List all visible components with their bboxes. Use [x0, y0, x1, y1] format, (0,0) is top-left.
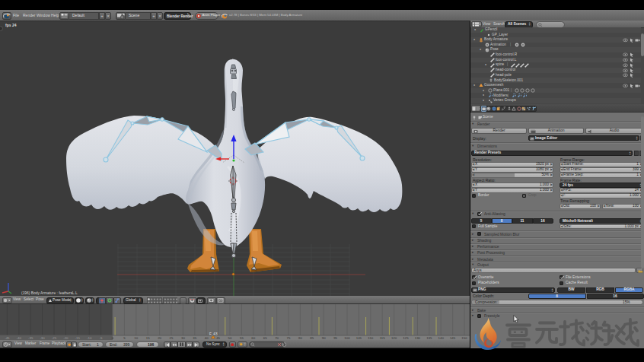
svg-text:125: 125	[403, 336, 409, 340]
svg-text:-5: -5	[100, 336, 103, 340]
svg-text:90: 90	[322, 336, 326, 340]
svg-text:95: 95	[333, 336, 337, 340]
svg-text:65: 65	[263, 336, 267, 340]
svg-text:135: 135	[426, 336, 432, 340]
svg-text:50: 50	[228, 336, 232, 340]
svg-text:150: 150	[461, 336, 467, 340]
svg-text:-40: -40	[17, 336, 22, 340]
svg-text:55: 55	[240, 336, 244, 340]
svg-text:120: 120	[391, 336, 397, 340]
svg-text:10: 10	[134, 336, 138, 340]
svg-text:110: 110	[368, 336, 374, 340]
svg-text:-10: -10	[87, 336, 92, 340]
svg-text:-45: -45	[5, 336, 10, 340]
svg-text:40: 40	[205, 336, 209, 340]
svg-text:75: 75	[287, 336, 291, 340]
svg-text:100: 100	[344, 336, 350, 340]
svg-text:145: 145	[450, 336, 456, 340]
svg-text:130: 130	[415, 336, 421, 340]
svg-text:60: 60	[251, 336, 255, 340]
svg-text:115: 115	[380, 336, 386, 340]
svg-text:-20: -20	[63, 336, 69, 340]
svg-text:80: 80	[298, 336, 302, 340]
svg-text:-25: -25	[52, 336, 57, 340]
svg-text:25: 25	[170, 336, 174, 340]
svg-text:85: 85	[310, 336, 314, 340]
svg-text:-15: -15	[75, 336, 81, 340]
svg-text:15: 15	[146, 336, 150, 340]
svg-text:140: 140	[438, 336, 445, 340]
svg-text:35: 35	[193, 336, 196, 340]
svg-text:-35: -35	[28, 336, 33, 340]
svg-text:45: 45	[216, 336, 220, 340]
svg-text:105: 105	[356, 336, 362, 340]
svg-text:20: 20	[158, 336, 161, 340]
svg-text:-30: -30	[40, 336, 45, 340]
svg-text:30: 30	[181, 336, 185, 340]
svg-text:70: 70	[275, 336, 279, 340]
